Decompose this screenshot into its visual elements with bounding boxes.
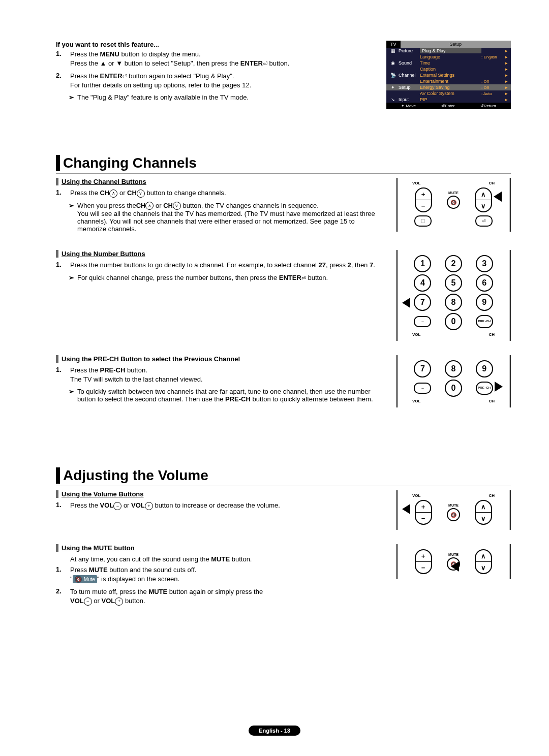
tv-setup-menu: TV Setup ▦PicturePlug & Play▸ Language: … [386,41,511,109]
ch-rocker: ∧∨ [475,187,492,212]
sub-heading: Using the Number Buttons [56,250,383,258]
section-title: Adjusting the Volume [56,467,511,484]
step-num: 2. [56,72,66,89]
adjusting-volume-section: Adjusting the Volume Using the Volume Bu… [56,447,511,623]
changing-channels-section: Changing Channels Using the Channel Butt… [56,135,511,422]
mute-osd-badge: 🔇Mute [73,575,97,583]
reset-section: If you want to reset this feature... 1. … [56,41,511,109]
mute-icon: 🔇 [447,508,460,521]
pointer-icon [402,298,410,308]
remote-vol: VOLCH +− MUTE🔇 ∧∨ [396,490,511,530]
step-num: 1. [56,50,66,68]
note-pointer-icon: ➣ [69,388,74,403]
pointer-icon [402,504,410,514]
pointer-icon [495,382,503,392]
vol-rocker: +− [415,187,432,212]
section-title: Changing Channels [56,155,511,171]
sub-heading: Using the Volume Buttons [56,490,383,498]
reset-heading: If you want to reset this feature... [56,41,371,48]
note-pointer-icon: ➣ [69,93,74,101]
remote-vol-ch: VOLCH +− MUTE 🔇 ∧∨ ⬚⏎ [396,178,511,232]
sub-heading: Using the PRE-CH Button to select the Pr… [56,355,383,363]
page-footer: English - 13 [0,726,549,736]
mute-icon: 🔇 [447,196,460,209]
remote-numpad: 123 456 789 −0PRE -CH VOLCH [396,250,511,341]
pointer-icon [494,192,502,202]
remote-prech: 789 −0PRE -CH VOLCH [396,355,511,407]
pointer-icon [451,561,459,572]
sub-heading: Using the MUTE button [56,544,383,552]
sub-heading: Using the Channel Buttons [56,178,383,185]
note-pointer-icon: ➣ [69,274,74,281]
remote-mute: +− MUTE🔇 ∧∨ [396,544,511,579]
note-pointer-icon: ➣ [69,202,74,233]
